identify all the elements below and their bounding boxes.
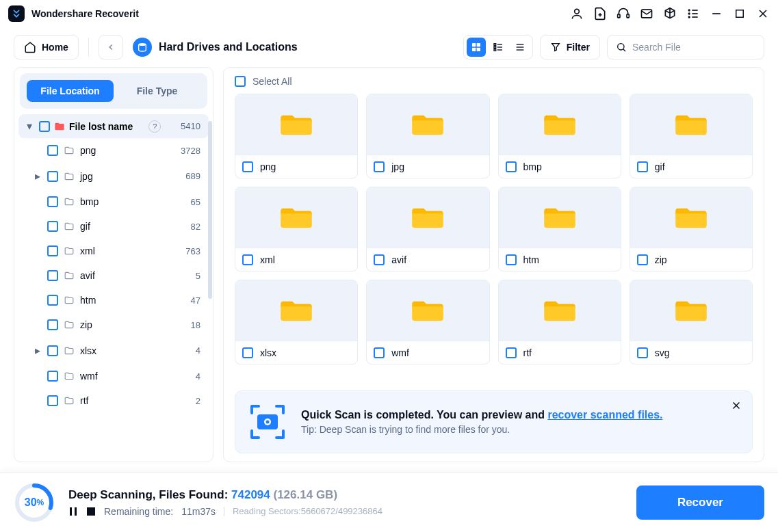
caret-down-icon[interactable]: ▾ xyxy=(27,120,35,133)
checkbox[interactable] xyxy=(637,347,648,358)
tree-item-htm[interactable]: htm47 xyxy=(34,288,209,312)
recover-link[interactable]: recover scanned files. xyxy=(547,409,662,421)
checkbox[interactable] xyxy=(47,171,58,182)
folder-icon xyxy=(64,271,75,280)
svg-rect-39 xyxy=(87,507,95,516)
tree-item-zip[interactable]: zip18 xyxy=(34,312,209,337)
help-icon[interactable]: ? xyxy=(148,120,161,133)
checkbox[interactable] xyxy=(47,295,58,306)
caret-right-icon[interactable]: ▸ xyxy=(35,170,42,183)
filter-button[interactable]: Filter xyxy=(540,35,600,59)
checkbox[interactable] xyxy=(374,254,385,265)
card-label: jpg xyxy=(391,161,404,172)
folder-icon xyxy=(412,204,443,230)
tree-item-xlsx[interactable]: ▸xlsx4 xyxy=(34,337,209,364)
cube-icon[interactable] xyxy=(663,7,677,21)
search-input[interactable] xyxy=(632,42,755,53)
card-label: wmf xyxy=(391,347,409,358)
list-icon[interactable] xyxy=(686,7,700,21)
checkbox[interactable] xyxy=(506,161,517,172)
checkbox[interactable] xyxy=(47,371,58,382)
headset-icon[interactable] xyxy=(617,7,630,21)
file-add-icon[interactable] xyxy=(593,7,607,21)
tab-file-location[interactable]: File Location xyxy=(27,80,114,102)
tree-item-bmp[interactable]: bmp65 xyxy=(34,189,209,214)
checkbox[interactable] xyxy=(506,347,517,358)
folder-card-avif[interactable]: avif xyxy=(366,187,489,271)
minimize-icon[interactable] xyxy=(710,7,723,21)
tree-item-label: png xyxy=(80,145,96,156)
maximize-icon[interactable] xyxy=(733,7,747,21)
folder-card-htm[interactable]: htm xyxy=(498,187,621,271)
checkbox[interactable] xyxy=(506,254,517,265)
progress-ring: 30% xyxy=(14,482,55,523)
divider xyxy=(224,507,224,516)
folder-card-svg[interactable]: svg xyxy=(630,280,753,364)
checkbox[interactable] xyxy=(47,270,58,281)
tree-item-label: xlsx xyxy=(80,345,96,356)
pause-button[interactable] xyxy=(68,507,78,516)
back-button[interactable] xyxy=(99,35,123,59)
folder-card-wmf[interactable]: wmf xyxy=(366,280,489,364)
checkbox[interactable] xyxy=(47,395,58,406)
sidebar-tabs: File Location File Type xyxy=(20,73,207,109)
tree-item-gif[interactable]: gif82 xyxy=(34,214,209,239)
account-icon[interactable] xyxy=(570,7,584,21)
tree-root-item[interactable]: ▾ File lost name ? 5410 xyxy=(18,114,209,138)
checkbox[interactable] xyxy=(47,145,58,156)
checkbox[interactable] xyxy=(47,221,58,232)
tree-item-avif[interactable]: avif5 xyxy=(34,263,209,288)
tree-item-rtf[interactable]: rtf2 xyxy=(34,388,209,413)
folder-icon xyxy=(64,172,75,181)
checkbox[interactable] xyxy=(374,347,385,358)
close-icon[interactable] xyxy=(756,7,770,21)
scrollbar[interactable] xyxy=(208,121,212,299)
tree-item-count: 5 xyxy=(196,271,200,281)
notice-close-icon[interactable] xyxy=(730,399,742,414)
svg-rect-11 xyxy=(736,10,744,18)
folder-card-xlsx[interactable]: xlsx xyxy=(235,280,358,364)
caret-right-icon[interactable]: ▸ xyxy=(35,344,42,357)
checkbox[interactable] xyxy=(47,345,58,356)
list-view-button[interactable] xyxy=(510,38,530,57)
home-button[interactable]: Home xyxy=(14,35,79,59)
folder-card-png[interactable]: png xyxy=(235,94,358,178)
stop-button[interactable] xyxy=(86,507,96,516)
folder-card-zip[interactable]: zip xyxy=(630,187,753,271)
checkbox[interactable] xyxy=(47,319,58,330)
folder-card-bmp[interactable]: bmp xyxy=(498,94,621,178)
checkbox[interactable] xyxy=(242,161,253,172)
checkbox[interactable] xyxy=(47,245,58,256)
checkbox[interactable] xyxy=(374,161,385,172)
folder-card-jpg[interactable]: jpg xyxy=(366,94,489,178)
folder-icon xyxy=(281,204,312,230)
svg-rect-18 xyxy=(476,48,480,51)
checkbox[interactable] xyxy=(47,196,58,207)
card-footer: wmf xyxy=(367,341,489,364)
tree-item-count: 3728 xyxy=(181,146,200,156)
checkbox[interactable] xyxy=(637,254,648,265)
folder-card-rtf[interactable]: rtf xyxy=(498,280,621,364)
main-content: File Location File Type ▾ File lost name… xyxy=(0,67,778,472)
select-all-checkbox[interactable] xyxy=(235,76,246,87)
checkbox[interactable] xyxy=(242,254,253,265)
folder-card-xml[interactable]: xml xyxy=(235,187,358,271)
checkbox[interactable] xyxy=(637,161,648,172)
tree-item-label: bmp xyxy=(80,196,99,207)
svg-rect-19 xyxy=(494,44,496,46)
tree-item-wmf[interactable]: wmf4 xyxy=(34,364,209,388)
tree-item-jpg[interactable]: ▸jpg689 xyxy=(34,163,209,189)
folder-card-gif[interactable]: gif xyxy=(630,94,753,178)
card-footer: htm xyxy=(499,248,621,271)
tab-file-type[interactable]: File Type xyxy=(114,80,200,102)
checkbox[interactable] xyxy=(242,347,253,358)
grid-view-button[interactable] xyxy=(467,38,486,57)
tree-item-xml[interactable]: xml763 xyxy=(34,239,209,263)
tree-item-png[interactable]: png3728 xyxy=(34,138,209,163)
breadcrumb: Hard Drives and Locations xyxy=(133,38,298,57)
checkbox[interactable] xyxy=(39,121,50,132)
mail-icon[interactable] xyxy=(640,7,653,21)
recover-button[interactable]: Recover xyxy=(636,486,764,520)
details-view-button[interactable] xyxy=(489,38,508,57)
search-box[interactable] xyxy=(607,35,764,59)
